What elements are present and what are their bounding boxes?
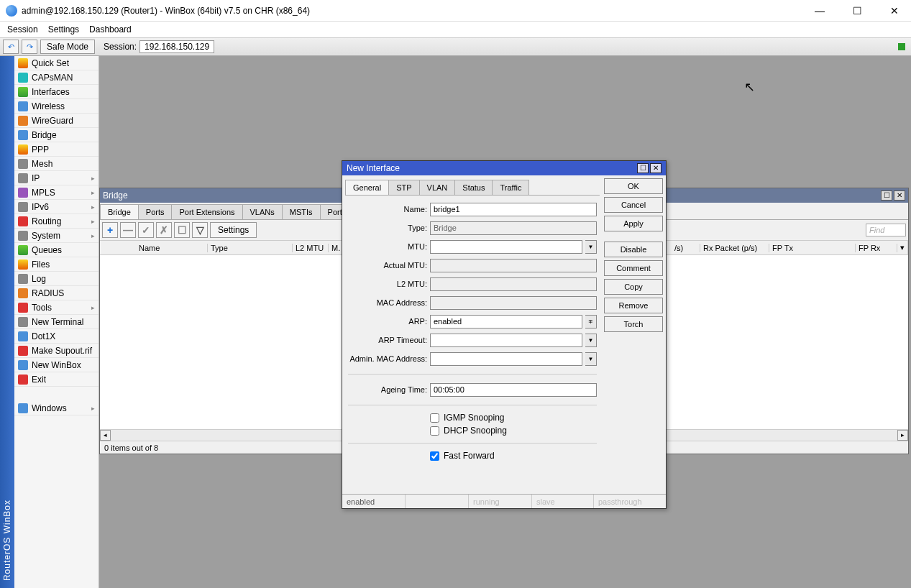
sidebar-item-interfaces[interactable]: Interfaces [14,85,99,99]
sidebar-item-log[interactable]: Log [14,272,99,286]
apply-button[interactable]: Apply [604,216,663,231]
filter-button[interactable]: ▽ [192,222,208,238]
sidebar-item-radius[interactable]: RADIUS [14,286,99,300]
arp-select[interactable]: enabled [430,315,582,329]
sidebar-item-mesh[interactable]: Mesh [14,157,99,171]
tab-stp[interactable]: STP [388,180,419,195]
sidebar-item-files[interactable]: Files [14,257,99,272]
column-header[interactable]: Name [136,244,208,252]
sidebar-item-label: New Terminal [32,317,83,327]
sidebar-item-capsman[interactable]: CAPsMAN [14,70,99,85]
ok-button[interactable]: OK [604,178,663,194]
maximize-icon[interactable]: ☐ [846,5,868,17]
find-input[interactable]: Find [866,224,906,236]
tab-status[interactable]: Status [454,180,493,195]
comment-button-dlg[interactable]: Comment [604,260,663,276]
tab-traffic[interactable]: Traffic [492,180,529,195]
sidebar-icon [18,73,28,83]
column-header[interactable]: /s) [672,244,700,252]
sidebar-item-wireless[interactable]: Wireless [14,99,99,114]
chevron-right-icon: ▸ [91,232,95,239]
minimize-icon[interactable]: — [809,5,830,17]
igmp-checkbox[interactable] [430,413,439,423]
comment-button[interactable]: ☐ [174,222,190,238]
ageing-input[interactable]: 00:05:00 [430,383,597,397]
arp-timeout-label: ARP Timeout: [348,336,427,344]
sidebar-item-new-terminal[interactable]: New Terminal [14,315,99,329]
fastforward-checkbox[interactable] [430,451,439,461]
type-field: Bridge [430,221,597,235]
sidebar-item-dot1x[interactable]: Dot1X [14,329,99,344]
sidebar-item-ip[interactable]: IP▸ [14,171,99,185]
tab-vlans[interactable]: VLANs [242,204,283,219]
arp-timeout-dropdown-icon[interactable]: ▼ [585,334,597,347]
sidebar-item-new-winbox[interactable]: New WinBox [14,358,99,372]
name-input[interactable]: bridge1 [430,203,597,216]
column-header[interactable]: M. [329,244,343,252]
arp-timeout-input[interactable] [430,334,582,347]
sidebar-item-windows[interactable]: Windows▸ [14,401,99,415]
settings-button[interactable]: Settings [210,222,257,238]
column-menu-icon[interactable]: ▾ [897,241,908,254]
tab-ports[interactable]: Ports [138,204,173,219]
sidebar-item-system[interactable]: System▸ [14,229,99,243]
tab-vlan[interactable]: VLAN [419,180,456,195]
arp-dropdown-icon[interactable]: ∓ [585,315,597,329]
fastforward-label: Fast Forward [444,451,495,461]
sidebar-item-label: Make Supout.rif [32,346,92,356]
column-header[interactable]: Rx Packet (p/s) [700,244,769,252]
dialog-titlebar[interactable]: New Interface ☐ ✕ [342,161,666,175]
tab-mstis[interactable]: MSTIs [282,204,321,219]
column-header[interactable]: FP Rx [856,244,897,252]
column-header[interactable]: FP Tx [769,244,856,252]
sidebar-item-queues[interactable]: Queues [14,243,99,257]
session-ip: 192.168.150.129 [139,40,214,53]
disable-button[interactable]: ✗ [156,222,172,238]
sidebar-item-exit[interactable]: Exit [14,372,99,387]
safe-mode-button[interactable]: Safe Mode [40,40,95,54]
sidebar-item-bridge[interactable]: Bridge [14,128,99,142]
mtu-input[interactable] [430,240,582,254]
sidebar-item-tools[interactable]: Tools▸ [14,300,99,315]
copy-button[interactable]: Copy [604,279,663,295]
sidebar-icon [18,274,28,284]
bridge-minimize-icon[interactable]: ☐ [881,190,892,201]
tab-bridge[interactable]: Bridge [100,204,139,219]
dhcp-checkbox[interactable] [430,426,439,436]
cancel-button[interactable]: Cancel [604,197,663,213]
sidebar-item-make-supout.rif[interactable]: Make Supout.rif [14,344,99,358]
sidebar-item-ppp[interactable]: PPP [14,142,99,157]
disable-button-dlg[interactable]: Disable [604,242,663,257]
scroll-right-icon[interactable]: ▸ [897,430,908,441]
bridge-close-icon[interactable]: ✕ [894,190,905,201]
menu-dashboard[interactable]: Dashboard [89,24,132,35]
remove-button[interactable]: — [120,222,136,238]
tab-port-extensions[interactable]: Port Extensions [171,204,242,219]
torch-button[interactable]: Torch [604,316,663,332]
column-header[interactable]: L2 MTU [293,244,329,252]
sidebar-item-quick-set[interactable]: Quick Set [14,56,99,70]
add-button[interactable]: + [102,222,118,238]
column-header[interactable]: Type [208,244,293,252]
status-passthrough: passthrough [594,495,666,508]
sidebar-item-routing[interactable]: Routing▸ [14,214,99,229]
redo-button[interactable]: ↷ [22,40,37,54]
scroll-left-icon[interactable]: ◂ [100,430,111,441]
enable-button[interactable]: ✓ [138,222,154,238]
admin-mac-input[interactable] [430,352,582,366]
menu-session[interactable]: Session [7,24,38,35]
dialog-minimize-icon[interactable]: ☐ [637,163,649,173]
sidebar-item-ipv6[interactable]: IPv6▸ [14,200,99,214]
close-icon[interactable]: ✕ [884,5,905,17]
undo-button[interactable]: ↶ [3,40,19,54]
mtu-dropdown-icon[interactable]: ▼ [585,240,597,254]
admin-mac-dropdown-icon[interactable]: ▼ [585,352,597,366]
tab-general[interactable]: General [345,180,389,195]
remove-button-dlg[interactable]: Remove [604,298,663,313]
chevron-right-icon: ▸ [91,175,95,182]
sidebar-item-mpls[interactable]: MPLS▸ [14,185,99,200]
sidebar-item-wireguard[interactable]: WireGuard [14,114,99,128]
dialog-close-icon[interactable]: ✕ [650,163,661,173]
window-titlebar: admin@192.168.150.129 (Router1) - WinBox… [0,0,911,22]
menu-settings[interactable]: Settings [48,24,79,35]
